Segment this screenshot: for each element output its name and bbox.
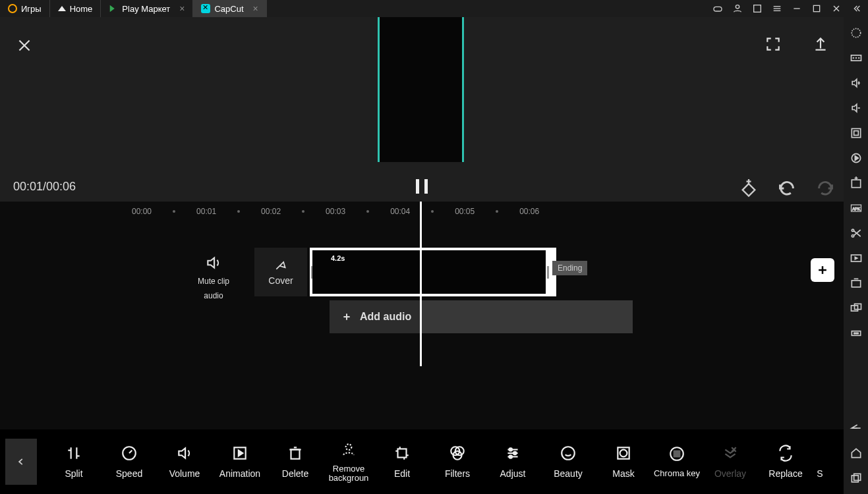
- undo-icon[interactable]: [778, 179, 796, 198]
- pause-button[interactable]: [416, 179, 428, 194]
- svg-rect-71: [398, 449, 407, 458]
- tab-home[interactable]: Home: [50, 0, 101, 17]
- tool-label: Overlay: [714, 468, 746, 479]
- close-icon[interactable]: ×: [253, 3, 258, 14]
- add-clip-button[interactable]: [811, 258, 834, 282]
- fullscreen-icon[interactable]: [765, 36, 782, 53]
- tool-beauty[interactable]: Beauty: [540, 445, 596, 479]
- tool-label: S: [817, 468, 823, 479]
- clip-thumbnail: 4.2s: [312, 250, 554, 294]
- menu-icon[interactable]: [772, 3, 782, 14]
- svg-marker-64: [179, 448, 185, 458]
- tool-edit[interactable]: Edit: [374, 445, 430, 479]
- tool-label: Volume: [169, 468, 200, 479]
- screenshot-rail-icon[interactable]: [850, 277, 863, 290]
- redo-icon[interactable]: [816, 179, 834, 198]
- tool-label: Edit: [394, 468, 410, 479]
- timeline-tracks: Mute clip audio Cover ▎ 4.2s ▎ Ending Ad…: [0, 221, 844, 429]
- tool-animation[interactable]: Animation: [212, 445, 268, 479]
- tab-label: Home: [70, 4, 93, 14]
- tool-adjust[interactable]: Adjust: [485, 445, 540, 479]
- tool-split[interactable]: Split: [46, 445, 101, 479]
- tab-label: Игры: [21, 4, 42, 14]
- svg-point-29: [852, 229, 854, 231]
- system-icons: [712, 3, 868, 14]
- record-icon[interactable]: [850, 252, 863, 265]
- mute-clip-audio-button[interactable]: Mute clip audio: [198, 254, 229, 300]
- tool-filters[interactable]: Filters: [430, 445, 485, 479]
- video-clip[interactable]: ▎ 4.2s ▎: [310, 248, 556, 296]
- audio-track-empty: [422, 300, 633, 333]
- export-icon[interactable]: [812, 36, 829, 53]
- tab-play-market[interactable]: Play Маркет ×: [101, 0, 193, 17]
- close-icon[interactable]: ×: [179, 3, 185, 14]
- home-icon: [58, 6, 66, 11]
- keyboard-icon[interactable]: [850, 51, 863, 65]
- settings-icon[interactable]: [850, 26, 863, 40]
- tool-overlay[interactable]: Overlay: [703, 445, 758, 479]
- more-rail-icon[interactable]: [850, 327, 863, 340]
- time-display: 00:01/00:06: [13, 180, 76, 194]
- tool-chroma-key[interactable]: Chroma key: [651, 445, 703, 478]
- adjust-icon: [504, 445, 521, 462]
- tick-label: 00:04: [390, 207, 410, 216]
- maximize-icon[interactable]: [811, 3, 822, 14]
- svg-marker-15: [852, 79, 857, 87]
- tab-games[interactable]: Игры: [0, 0, 50, 17]
- volume-down-icon[interactable]: [850, 101, 863, 115]
- svg-point-84: [509, 455, 512, 458]
- svg-point-14: [858, 58, 859, 59]
- playhead[interactable]: [420, 202, 422, 366]
- close-editor-button[interactable]: [16, 37, 33, 59]
- back-rail-icon[interactable]: [850, 422, 863, 435]
- fullscreen-rail-icon[interactable]: [850, 126, 863, 140]
- svg-point-82: [509, 448, 512, 451]
- svg-rect-45: [854, 474, 860, 480]
- svg-marker-52: [743, 184, 755, 196]
- svg-point-40: [854, 333, 855, 334]
- tool-volume[interactable]: Volume: [157, 445, 212, 479]
- more-icon: [811, 445, 828, 462]
- svg-marker-18: [852, 104, 857, 112]
- ending-badge[interactable]: Ending: [552, 261, 587, 275]
- tool-remove-background[interactable]: Remove backgroun: [323, 441, 374, 483]
- pause-icon: [416, 179, 419, 194]
- svg-rect-24: [852, 180, 860, 188]
- user-icon[interactable]: [732, 3, 743, 14]
- sync-icon[interactable]: [850, 151, 863, 165]
- collapse-icon[interactable]: [851, 3, 861, 14]
- keyframe-icon[interactable]: [739, 179, 758, 198]
- tool-replace[interactable]: Replace: [758, 445, 813, 479]
- gamepad-icon[interactable]: [712, 3, 723, 14]
- add-audio-button[interactable]: Add audio: [330, 300, 633, 333]
- screenshot-icon[interactable]: [752, 3, 763, 14]
- tool-label: Replace: [768, 468, 802, 479]
- tab-capcut[interactable]: CapCut ×: [193, 0, 266, 17]
- video-preview[interactable]: [378, 17, 464, 162]
- timeline-ruler[interactable]: 00:00 00:01 00:02 00:03 00:04 00:05 00:0…: [0, 202, 844, 221]
- tool-mask[interactable]: Mask: [596, 445, 651, 479]
- volume-up-icon[interactable]: [850, 76, 863, 90]
- apk-icon[interactable]: APK: [850, 202, 863, 215]
- close-window-icon[interactable]: [831, 3, 842, 14]
- overlay-icon: [722, 445, 739, 462]
- minimize-icon[interactable]: [792, 3, 802, 14]
- scissors-icon[interactable]: [850, 227, 863, 240]
- svg-point-41: [855, 333, 857, 334]
- multi-instance-icon[interactable]: [850, 302, 863, 315]
- animation-icon: [231, 445, 248, 462]
- mute-label: Mute clip: [198, 277, 229, 286]
- tool-more[interactable]: S: [813, 445, 826, 479]
- tool-speed[interactable]: Speed: [101, 445, 157, 479]
- volume-icon: [176, 445, 193, 462]
- add-window-icon[interactable]: [850, 177, 863, 190]
- svg-point-42: [857, 333, 858, 334]
- svg-rect-20: [852, 128, 860, 137]
- tick-label: 00:06: [519, 207, 539, 216]
- tool-label: Adjust: [500, 468, 526, 479]
- toolbar-back-button[interactable]: [5, 439, 37, 485]
- home-rail-icon[interactable]: [850, 447, 863, 460]
- recent-rail-icon[interactable]: [850, 472, 863, 485]
- tool-delete[interactable]: Delete: [268, 445, 323, 479]
- cover-button[interactable]: Cover: [254, 248, 307, 296]
